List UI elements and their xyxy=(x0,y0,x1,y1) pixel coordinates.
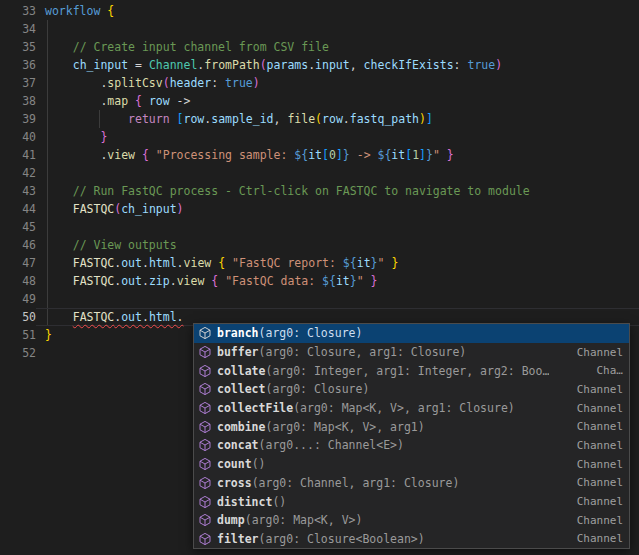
code-token: ] xyxy=(419,148,426,162)
suggestion-collate[interactable]: collate(arg0: Integer, arg1: Integer, ar… xyxy=(194,361,629,380)
suggestion-dump[interactable]: dump(arg0: Map<K, V>)Channel xyxy=(194,511,629,530)
code-token: params xyxy=(267,58,309,72)
code-line-45[interactable]: 45 xyxy=(0,218,639,236)
code-token: input xyxy=(315,58,350,72)
code-token: ch_input xyxy=(73,58,128,72)
line-content xyxy=(36,218,639,236)
code-token xyxy=(45,202,73,216)
code-token: Channel xyxy=(149,58,197,72)
code-line-48[interactable]: 48 FASTQC.out.zip.view { "FastQC data: $… xyxy=(0,272,639,290)
line-content: // Run FastQC process - Ctrl-click on FA… xyxy=(36,182,639,200)
code-line-37[interactable]: 37 .splitCsv(header: true) xyxy=(0,74,639,92)
code-token: checkIfExists xyxy=(364,58,454,72)
suggestion-count[interactable]: count()Channel xyxy=(194,455,629,474)
code-token: // Create input channel from CSV file xyxy=(73,40,329,54)
code-line-40[interactable]: 40 } xyxy=(0,128,639,146)
line-number: 44 xyxy=(0,200,36,218)
code-token: [ xyxy=(177,112,184,126)
code-token: sample_id xyxy=(211,112,273,126)
suggestion-label: concat xyxy=(217,438,259,452)
autocomplete-widget[interactable]: branch(arg0: Closure) buffer(arg0: Closu… xyxy=(193,323,630,549)
suggestion-label: collectFile xyxy=(217,401,293,415)
line-number: 36 xyxy=(0,56,36,74)
code-token: } xyxy=(426,148,433,162)
suggestion-signature: (arg0: Closure) xyxy=(259,326,363,340)
code-token: it xyxy=(357,256,371,270)
code-editor[interactable]: 33workflow {3435 // Create input channel… xyxy=(0,0,639,555)
line-content: // View outputs xyxy=(36,236,639,254)
code-token: . xyxy=(45,94,107,108)
line-number: 49 xyxy=(0,290,36,308)
suggestion-filter[interactable]: filter(arg0: Closure<Boolean>)Channel xyxy=(194,530,629,549)
suggestion-return-type: Channel xyxy=(577,514,623,527)
line-content xyxy=(36,20,639,38)
code-token: out xyxy=(121,310,142,324)
code-line-46[interactable]: 46 // View outputs xyxy=(0,236,639,254)
code-line-36[interactable]: 36 ch_input = Channel.fromPath(params.in… xyxy=(0,56,639,74)
line-number: 45 xyxy=(0,218,36,236)
code-line-47[interactable]: 47 FASTQC.out.html.view { "FastQC report… xyxy=(0,254,639,272)
suggestion-label: cross xyxy=(217,476,252,490)
suggestion-distinct[interactable]: distinct()Channel xyxy=(194,492,629,511)
suggestion-return-type: Channel xyxy=(577,420,623,433)
code-line-35[interactable]: 35 // Create input channel from CSV file xyxy=(0,38,639,56)
line-number: 51 xyxy=(0,326,36,344)
suggestion-label: branch xyxy=(217,326,259,340)
method-cube-icon xyxy=(198,457,212,471)
suggestion-label: dump xyxy=(217,513,245,527)
code-token: ${ xyxy=(343,256,357,270)
code-token: ${ xyxy=(377,148,391,162)
code-token: FASTQC xyxy=(73,274,115,288)
code-line-39[interactable]: 39 return [row.sample_id, file(row.fastq… xyxy=(0,110,639,128)
line-content: // Create input channel from CSV file xyxy=(36,38,639,56)
code-token: 0 xyxy=(329,148,336,162)
code-token: splitCsv xyxy=(107,76,162,90)
code-token: " xyxy=(357,274,364,288)
code-line-43[interactable]: 43 // Run FastQC process - Ctrl-click on… xyxy=(0,182,639,200)
code-token: . xyxy=(343,112,350,126)
suggestion-label: collate xyxy=(217,364,265,378)
code-token: . xyxy=(142,256,149,270)
suggestion-branch[interactable]: branch(arg0: Closure) xyxy=(194,324,629,343)
suggestion-label: count xyxy=(217,457,252,471)
code-token: } xyxy=(391,256,398,270)
suggestion-collectFile[interactable]: collectFile(arg0: Map<K, V>, arg1: Closu… xyxy=(194,399,629,418)
suggestion-cross[interactable]: cross(arg0: Channel, arg1: Closure)Chann… xyxy=(194,474,629,493)
code-line-44[interactable]: 44 FASTQC(ch_input) xyxy=(0,200,639,218)
suggestion-return-type: Channel xyxy=(577,383,623,396)
code-token xyxy=(45,274,73,288)
code-token: ] xyxy=(426,112,433,126)
suggestion-return-type: Channel xyxy=(577,439,623,452)
code-line-42[interactable]: 42 xyxy=(0,164,639,182)
suggestion-buffer[interactable]: buffer(arg0: Closure, arg1: Closure)Chan… xyxy=(194,343,629,362)
method-cube-icon xyxy=(198,476,212,490)
code-line-49[interactable]: 49 xyxy=(0,290,639,308)
code-line-41[interactable]: 41 .view { "Processing sample: ${it[0]} … xyxy=(0,146,639,164)
code-token: } xyxy=(45,328,52,342)
line-number: 50 xyxy=(0,308,36,326)
code-token: ( xyxy=(163,76,170,90)
method-cube-icon xyxy=(198,495,212,509)
line-content: return [row.sample_id, file(row.fastq_pa… xyxy=(36,110,639,128)
code-token xyxy=(45,256,73,270)
code-token xyxy=(364,274,371,288)
code-token: { xyxy=(142,148,149,162)
code-token: ( xyxy=(260,58,267,72)
code-token: . xyxy=(142,274,149,288)
code-line-34[interactable]: 34 xyxy=(0,20,639,38)
suggestion-return-type: Channel xyxy=(577,402,623,415)
suggestion-concat[interactable]: concat(arg0...: Channel<E>)Channel xyxy=(194,436,629,455)
line-content: .view { "Processing sample: ${it[0]} -> … xyxy=(36,146,639,164)
code-line-38[interactable]: 38 .map { row -> xyxy=(0,92,639,110)
suggestion-label: buffer xyxy=(217,345,259,359)
code-token: view xyxy=(107,148,135,162)
line-number: 46 xyxy=(0,236,36,254)
suggestion-combine[interactable]: combine(arg0: Map<K, V>, arg1)Channel xyxy=(194,417,629,436)
suggestion-collect[interactable]: collect(arg0: Closure)Channel xyxy=(194,380,629,399)
code-token xyxy=(142,94,149,108)
code-token xyxy=(45,184,73,198)
code-line-33[interactable]: 33workflow { xyxy=(0,2,639,20)
method-cube-icon xyxy=(198,532,212,546)
code-token: true xyxy=(467,58,495,72)
suggestion-signature: (arg0: Integer, arg1: Integer, arg2: Boo… xyxy=(265,364,549,378)
